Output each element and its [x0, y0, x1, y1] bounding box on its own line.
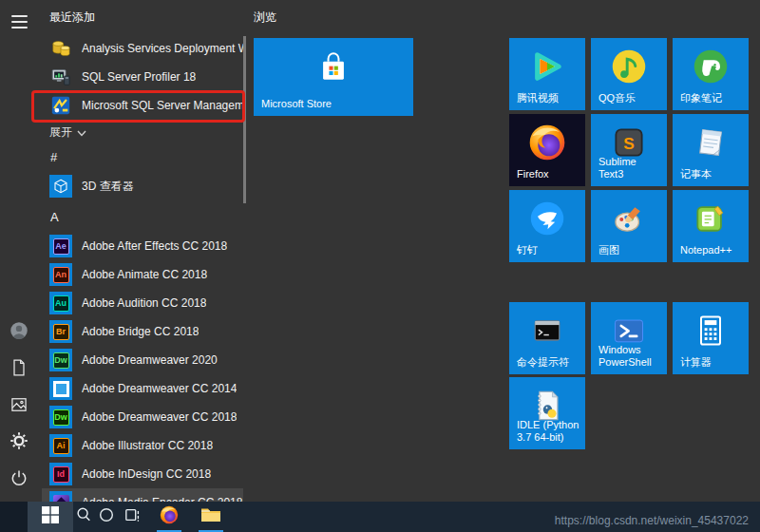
- rail-settings-button[interactable]: [9, 432, 29, 453]
- rail-user-button[interactable]: [9, 322, 29, 343]
- app-icon: [49, 37, 72, 60]
- app-label: Adobe After Effects CC 2018: [82, 239, 227, 253]
- app-list-item[interactable]: SQL Server Profiler 18: [42, 63, 243, 91]
- app-label: Adobe Dreamweaver CC 2014: [82, 382, 237, 395]
- settings-icon: [10, 431, 28, 454]
- tile-label: 钉钉: [517, 244, 581, 257]
- expand-label: 展开: [49, 124, 72, 141]
- app-list-item[interactable]: AuAdobe Audition CC 2018: [42, 289, 243, 317]
- pictures-icon: [10, 395, 28, 418]
- tile-label: Notepad++: [680, 244, 745, 257]
- tile-label: Firefox: [517, 168, 581, 181]
- app-label: Microsoft SQL Server Manageme...: [82, 99, 243, 112]
- taskbar-file-explorer-button[interactable]: [194, 502, 228, 532]
- tile-label: Microsoft Store: [261, 98, 409, 111]
- calculator-icon: [673, 308, 749, 353]
- tile-python[interactable]: IDLE (Python 3.7 64-bit): [509, 377, 585, 449]
- csdn-watermark: https://blog.csdn.net/weixin_45437022: [555, 514, 749, 527]
- tile-powershell[interactable]: Windows PowerShell: [591, 302, 667, 374]
- tile-label: Sublime Text3: [598, 156, 663, 182]
- browse-group-header: 浏览: [254, 10, 276, 26]
- app-list-item[interactable]: AnAdobe Animate CC 2018: [42, 260, 243, 289]
- power-icon: [10, 468, 28, 491]
- tile-label: 计算器: [680, 356, 745, 370]
- app-label: Adobe InDesign CC 2018: [82, 467, 211, 481]
- app-icon: Dw: [49, 349, 72, 371]
- documents-icon: [10, 358, 28, 381]
- start-menu-app-list: 最近添加 Analysis Services Deployment Wi...S…: [38, 0, 245, 502]
- app-list-item[interactable]: Microsoft SQL Server Manageme...: [42, 91, 243, 120]
- rail-documents-button[interactable]: [9, 359, 29, 380]
- recently-added-header: 最近添加: [49, 10, 95, 26]
- windows-logo-icon: [42, 506, 59, 527]
- tile-firefox[interactable]: Firefox: [509, 114, 585, 186]
- app-list-item[interactable]: DwAdobe Dreamweaver CC 2018: [42, 403, 243, 431]
- tile-label: IDLE (Python 3.7 64-bit): [517, 419, 581, 446]
- app-icon: Ai: [49, 434, 72, 457]
- paint-icon: [591, 196, 667, 241]
- tile-paint[interactable]: 画图: [591, 190, 667, 262]
- windows-desktop: 最近添加 Analysis Services Deployment Wi...S…: [0, 0, 760, 532]
- app-list-item[interactable]: DwAdobe Dreamweaver 2020: [42, 346, 243, 374]
- app-list-item[interactable]: BrAdobe Bridge CC 2018: [42, 317, 243, 346]
- app-label: Adobe Illustrator CC 2018: [82, 439, 213, 452]
- app-list-scrollbar[interactable]: [243, 36, 246, 203]
- tile-calculator[interactable]: 计算器: [673, 302, 749, 374]
- user-icon: [10, 321, 28, 344]
- firefox-icon: [159, 504, 180, 529]
- app-label: Adobe Dreamweaver CC 2018: [82, 410, 237, 424]
- expand-button[interactable]: 展开: [49, 124, 86, 141]
- app-icon: [49, 377, 72, 400]
- tile-notepadpp[interactable]: Notepad++: [673, 190, 749, 262]
- dingtalk-icon: [509, 196, 585, 241]
- taskbar-task-view-button[interactable]: [116, 502, 150, 532]
- notepadpp-icon: [673, 196, 749, 241]
- tile-label: 记事本: [680, 168, 745, 181]
- app-label: Adobe Audition CC 2018: [82, 296, 206, 310]
- tile-microsoft-store[interactable]: Microsoft Store: [254, 38, 413, 116]
- tile-sublime[interactable]: SSublime Text3: [591, 114, 667, 186]
- app-label: Analysis Services Deployment Wi...: [82, 42, 243, 55]
- section-header-A[interactable]: A: [50, 210, 59, 224]
- app-icon: [49, 175, 72, 198]
- app-list-item[interactable]: Adobe Dreamweaver CC 2014: [42, 374, 243, 403]
- app-label: Adobe Animate CC 2018: [82, 268, 207, 281]
- tile-tencent-video[interactable]: 腾讯视频: [509, 38, 585, 110]
- tile-label: Windows PowerShell: [598, 344, 663, 370]
- tile-evernote[interactable]: 印象笔记: [673, 38, 749, 110]
- cmd-icon: [509, 308, 585, 353]
- chevron-down-icon: [77, 126, 86, 140]
- tile-qq-music[interactable]: QQ音乐: [591, 38, 667, 110]
- qq-music-icon: [591, 44, 667, 89]
- app-icon: Au: [49, 292, 72, 314]
- tencent-video-icon: [509, 44, 585, 89]
- task-view-icon: [124, 506, 142, 527]
- app-list-item[interactable]: IdAdobe InDesign CC 2018: [42, 460, 243, 488]
- hamburger-icon: [11, 15, 28, 28]
- app-list-item[interactable]: 3D 查看器: [42, 172, 243, 200]
- app-icon: [49, 94, 72, 117]
- app-list-item[interactable]: Analysis Services Deployment Wi...: [42, 34, 243, 63]
- tile-dingtalk[interactable]: 钉钉: [509, 190, 585, 262]
- section-header-#[interactable]: #: [50, 150, 57, 164]
- file-explorer-icon: [200, 504, 221, 529]
- evernote-icon: [673, 44, 749, 89]
- taskbar-firefox-button[interactable]: [152, 502, 186, 532]
- app-list-item[interactable]: AeAdobe After Effects CC 2018: [42, 232, 243, 260]
- cortana-icon: [98, 506, 115, 527]
- notepad-icon: [673, 120, 749, 165]
- microsoft-store-icon: [254, 44, 413, 91]
- app-list-item[interactable]: AiAdobe Illustrator CC 2018: [42, 431, 243, 460]
- tile-cmd[interactable]: 命令提示符: [509, 302, 585, 374]
- rail-power-button[interactable]: [9, 469, 29, 490]
- hamburger-menu-button[interactable]: [9, 11, 29, 32]
- app-label: Adobe Dreamweaver 2020: [82, 353, 218, 367]
- tile-label: 腾讯视频: [517, 92, 581, 105]
- tile-notepad[interactable]: 记事本: [673, 114, 749, 186]
- app-icon: Ae: [49, 235, 72, 257]
- app-icon: [49, 66, 72, 88]
- taskbar-left-edge: [0, 502, 28, 532]
- start-menu-left-rail: [0, 0, 38, 502]
- tile-label: QQ音乐: [598, 92, 663, 105]
- rail-pictures-button[interactable]: [9, 396, 29, 417]
